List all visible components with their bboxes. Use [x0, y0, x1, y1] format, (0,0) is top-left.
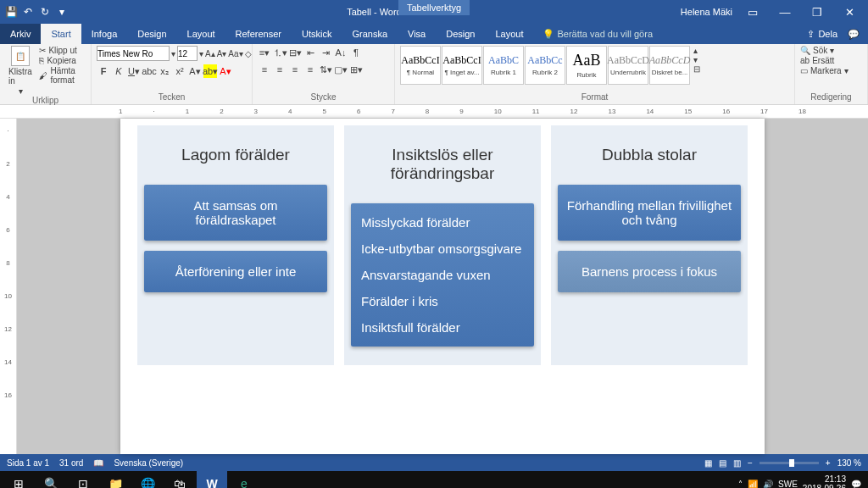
save-icon[interactable]: 💾 — [5, 6, 17, 18]
align-center-button[interactable]: ≡ — [273, 63, 287, 76]
tab-layout[interactable]: Layout — [177, 24, 225, 44]
clock[interactable]: 21:13 2018-09-26 — [803, 474, 846, 488]
styles-more[interactable]: ▴▾⊟ — [693, 46, 700, 74]
bullets-button[interactable]: ≡▾ — [258, 46, 271, 59]
keyboard-lang[interactable]: SWE — [778, 480, 798, 489]
find-button[interactable]: 🔍 Sök ▾ — [800, 46, 849, 55]
copy-button[interactable]: ⎘ Kopiera — [39, 56, 86, 65]
restore-button[interactable]: ❐ — [805, 6, 829, 19]
sort-button[interactable]: A↓ — [334, 46, 348, 59]
zoom-level[interactable]: 130 % — [837, 458, 861, 468]
notifications-icon[interactable]: 💬 — [851, 480, 861, 489]
inc-indent-button[interactable]: ⇥ — [319, 46, 332, 59]
col2-card[interactable]: Misslyckad förälder Icke-utbytbar omsorg… — [351, 203, 534, 347]
tab-start[interactable]: Start — [41, 24, 81, 44]
cut-button[interactable]: ✂ Klipp ut — [39, 46, 86, 55]
replace-button[interactable]: ab Ersätt — [800, 56, 849, 65]
shrink-font-icon[interactable]: A▾ — [217, 49, 227, 58]
select-button[interactable]: ▭ Markera ▾ — [800, 66, 849, 75]
strike-button[interactable]: abc — [142, 64, 156, 78]
col1-card2[interactable]: Återförening eller inte — [144, 251, 327, 292]
multilevel-button[interactable]: ⊟▾ — [288, 46, 302, 59]
ribbon-options-icon[interactable]: ▭ — [741, 6, 765, 19]
style-no-spacing[interactable]: AaBbCcI¶ Inget av... — [442, 46, 482, 85]
share-button[interactable]: ⇪ Dela 💬 — [807, 24, 868, 44]
zoom-in-button[interactable]: + — [826, 458, 831, 468]
edge-icon[interactable]: e — [229, 471, 259, 488]
web-layout-icon[interactable]: ▥ — [733, 458, 741, 468]
style-heading1[interactable]: AaBbCRubrik 1 — [483, 46, 524, 85]
styles-gallery[interactable]: AaBbCcI¶ Normal AaBbCcI¶ Inget av... AaB… — [400, 46, 690, 85]
tab-infoga[interactable]: Infoga — [81, 24, 128, 44]
volume-icon[interactable]: 🔊 — [763, 480, 773, 489]
tab-arkiv[interactable]: Arkiv — [0, 24, 41, 44]
store-icon[interactable]: 🛍 — [164, 471, 195, 488]
page-indicator[interactable]: Sida 1 av 1 — [7, 458, 49, 468]
align-left-button[interactable]: ≡ — [258, 63, 271, 76]
network-icon[interactable]: 📶 — [748, 480, 758, 489]
col3-title[interactable]: Dubbla stolar — [558, 134, 741, 185]
col3-card2[interactable]: Barnens process i fokus — [558, 251, 741, 292]
tab-referenser[interactable]: Referenser — [225, 24, 292, 44]
paste-button[interactable]: 📋 Klistra in ▾ — [5, 46, 36, 96]
style-normal[interactable]: AaBbCcI¶ Normal — [400, 46, 441, 85]
subscript-button[interactable]: x₂ — [158, 64, 171, 78]
font-name-input[interactable] — [97, 46, 170, 61]
tab-design[interactable]: Design — [127, 24, 176, 44]
word-icon[interactable]: W — [197, 471, 227, 488]
task-view-icon[interactable]: ⊡ — [68, 471, 98, 488]
text-effects-button[interactable]: A▾ — [188, 64, 202, 78]
numbering-button[interactable]: ⒈▾ — [273, 46, 287, 59]
spellcheck-icon[interactable]: 📖 — [93, 458, 103, 468]
line-spacing-button[interactable]: ⇅▾ — [319, 63, 332, 76]
tab-layout2[interactable]: Layout — [485, 24, 533, 44]
font-color-button[interactable]: A▾ — [219, 64, 232, 78]
zoom-slider[interactable] — [760, 462, 819, 464]
col1-title[interactable]: Lagom förälder — [144, 134, 327, 185]
superscript-button[interactable]: x² — [173, 64, 186, 78]
chrome-icon[interactable]: 🌐 — [132, 471, 163, 488]
file-explorer-icon[interactable]: 📁 — [100, 471, 131, 488]
style-subtitle[interactable]: AaBbCcDUnderrubrik — [608, 46, 648, 85]
vertical-ruler[interactable]: ·246810121416 — [0, 119, 17, 454]
borders-button[interactable]: ⊞▾ — [349, 63, 363, 76]
zoom-out-button[interactable]: − — [748, 458, 753, 468]
tab-granska[interactable]: Granska — [342, 24, 398, 44]
read-mode-icon[interactable]: ▦ — [704, 458, 712, 468]
align-right-button[interactable]: ≡ — [288, 63, 302, 76]
style-title[interactable]: AaBRubrik — [566, 46, 607, 85]
redo-icon[interactable]: ↻ — [39, 6, 51, 18]
style-heading2[interactable]: AaBbCcRubrik 2 — [525, 46, 565, 85]
undo-icon[interactable]: ↶ — [22, 6, 34, 18]
minimize-button[interactable]: — — [773, 6, 797, 19]
qat-dropdown-icon[interactable]: ▾ — [56, 6, 68, 18]
tray-chevron-icon[interactable]: ˄ — [738, 480, 743, 489]
clear-format-icon[interactable]: ◇ — [245, 49, 252, 58]
tell-me-search[interactable]: 💡 Berätta vad du vill göra — [534, 24, 654, 44]
chevron-down-icon[interactable]: ▾ — [199, 49, 203, 58]
print-layout-icon[interactable]: ▤ — [719, 458, 726, 468]
col2-title[interactable]: Insiktslös eller förändringsbar — [351, 134, 534, 203]
horizontal-ruler[interactable]: 1·123456789101112131415161718 — [0, 105, 868, 119]
tab-utskick[interactable]: Utskick — [292, 24, 342, 44]
font-size-input[interactable] — [177, 46, 198, 61]
word-count[interactable]: 31 ord — [59, 458, 83, 468]
dec-indent-button[interactable]: ⇤ — [303, 46, 317, 59]
show-marks-button[interactable]: ¶ — [349, 46, 363, 59]
col1-card1[interactable]: Att samsas om föräldraskapet — [144, 185, 327, 241]
tab-design2[interactable]: Design — [436, 24, 485, 44]
style-subtle[interactable]: AaBbCcDDiskret be... — [649, 46, 690, 85]
page[interactable]: Lagom förälder Att samsas om föräldraska… — [120, 119, 765, 454]
underline-button[interactable]: U▾ — [127, 64, 141, 78]
italic-button[interactable]: K — [112, 64, 125, 78]
search-icon[interactable]: 🔍 — [36, 471, 66, 488]
justify-button[interactable]: ≡ — [303, 63, 317, 76]
format-painter-button[interactable]: 🖌 Hämta format — [39, 66, 86, 85]
chevron-down-icon[interactable]: ▾ — [171, 49, 175, 58]
bold-button[interactable]: F — [97, 64, 110, 78]
user-name[interactable]: Helena Mäki — [681, 7, 732, 17]
start-button[interactable]: ⊞ — [3, 471, 34, 488]
highlight-button[interactable]: ab▾ — [203, 64, 217, 78]
tab-visa[interactable]: Visa — [398, 24, 436, 44]
language-indicator[interactable]: Svenska (Sverige) — [114, 458, 183, 468]
